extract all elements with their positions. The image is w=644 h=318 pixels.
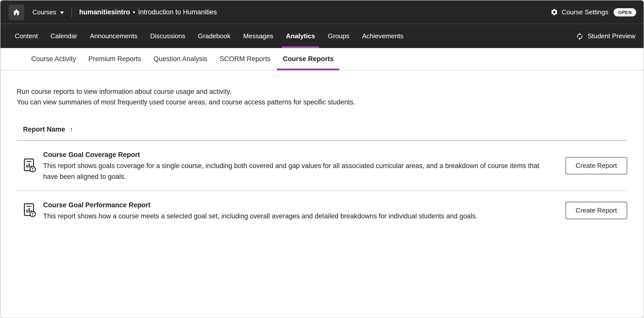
tab-announcements[interactable]: Announcements (90, 24, 137, 48)
report-description: This report shows how a course meets a s… (43, 211, 551, 221)
courses-menu[interactable]: Courses (32, 8, 64, 16)
separator-dot: • (133, 8, 135, 16)
subtab-question-analysis[interactable]: Question Analysis (153, 48, 207, 70)
home-icon (12, 8, 21, 16)
sort-ascending-icon: ↑ (70, 126, 73, 133)
report-name-label: Report Name (23, 125, 65, 133)
report-info: Course Goal Performance Report This repo… (43, 199, 566, 221)
gear-icon (550, 8, 558, 16)
intro-line-1: Run course reports to view information a… (17, 86, 627, 97)
chevron-down-icon (60, 11, 64, 14)
analytics-subnav: Course Activity Premium Reports Question… (1, 48, 644, 70)
tab-content[interactable]: Content (15, 24, 38, 48)
course-title: Introduction to Humanities (138, 8, 217, 16)
report-document-icon (23, 158, 36, 173)
breadcrumb: humanitiesintro•Introduction to Humaniti… (79, 8, 217, 16)
report-icon-cell (17, 158, 43, 173)
courses-label: Courses (32, 8, 56, 16)
top-bar: Courses humanitiesintro•Introduction to … (1, 1, 644, 24)
course-nav: Content Calendar Announcements Discussio… (1, 24, 644, 48)
intro-line-2: You can view summaries of most frequentl… (17, 97, 627, 107)
report-document-icon (23, 203, 36, 217)
course-settings-link[interactable]: Course Settings (550, 8, 608, 16)
subtab-course-reports[interactable]: Course Reports (283, 48, 334, 70)
table-row: Course Goal Coverage Report This report … (17, 141, 627, 191)
course-page: Courses humanitiesintro•Introduction to … (0, 0, 644, 318)
report-icon-cell (17, 203, 43, 217)
create-report-button[interactable]: Create Report (565, 202, 627, 219)
report-name-header[interactable]: Report Name ↑ (17, 125, 627, 140)
tab-groups[interactable]: Groups (328, 24, 349, 48)
student-preview-button[interactable]: Student Preview (576, 24, 635, 48)
table-row: Course Goal Performance Report This repo… (17, 191, 627, 230)
tab-gradebook[interactable]: Gradebook (198, 24, 231, 48)
cycle-arrows-icon (576, 32, 584, 40)
course-settings-label: Course Settings (562, 8, 608, 16)
topbar-actions: Course Settings OPEN (550, 8, 636, 16)
tab-analytics[interactable]: Analytics (286, 24, 315, 48)
subtab-course-activity[interactable]: Course Activity (31, 48, 76, 70)
tab-discussions[interactable]: Discussions (150, 24, 185, 48)
divider (71, 7, 72, 17)
subtab-premium-reports[interactable]: Premium Reports (88, 48, 141, 70)
course-id: humanitiesintro (79, 8, 130, 16)
home-button[interactable] (9, 4, 24, 20)
tab-achievements[interactable]: Achievements (362, 24, 403, 48)
intro-text: Run course reports to view information a… (17, 86, 627, 107)
report-table: Report Name ↑ (17, 125, 627, 230)
student-preview-label: Student Preview (587, 32, 635, 40)
open-status-badge[interactable]: OPEN (614, 8, 636, 16)
report-description: This report shows goals coverage for a s… (43, 160, 551, 182)
report-info: Course Goal Coverage Report This report … (43, 149, 566, 182)
tab-messages[interactable]: Messages (243, 24, 273, 48)
course-nav-tabs: Content Calendar Announcements Discussio… (15, 24, 403, 48)
tab-calendar[interactable]: Calendar (51, 24, 77, 48)
report-title: Course Goal Coverage Report (43, 149, 551, 160)
report-title: Course Goal Performance Report (43, 199, 551, 210)
subtab-scorm-reports[interactable]: SCORM Reports (220, 48, 270, 70)
create-report-button[interactable]: Create Report (565, 157, 627, 174)
course-reports-panel: Run course reports to view information a… (1, 70, 644, 230)
